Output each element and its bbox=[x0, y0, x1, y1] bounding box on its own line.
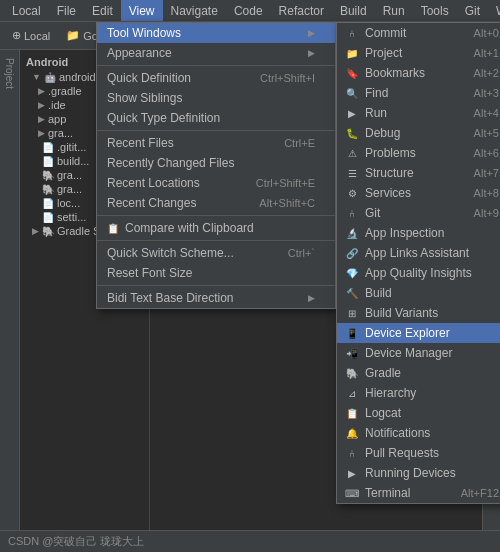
problems-icon: ⚠ bbox=[345, 148, 359, 159]
debug-icon: 🐛 bbox=[345, 128, 359, 139]
menu-navigate[interactable]: Navigate bbox=[163, 0, 226, 21]
menu-quick-type-definition[interactable]: Quick Type Definition bbox=[97, 108, 335, 128]
menu-local[interactable]: Local bbox=[4, 0, 49, 21]
running-devices-icon: ▶ bbox=[345, 468, 359, 479]
separator-1 bbox=[97, 65, 335, 66]
pull-requests-icon: ⑃ bbox=[345, 448, 359, 459]
bookmarks-icon: 🔖 bbox=[345, 68, 359, 79]
terminal-icon: ⌨ bbox=[345, 488, 359, 499]
submenu-logcat[interactable]: 📋 Logcat bbox=[337, 403, 500, 423]
menu-compare-clipboard[interactable]: 📋 Compare with Clipboard bbox=[97, 218, 335, 238]
submenu-debug[interactable]: 🐛 Debug Alt+5 bbox=[337, 123, 500, 143]
menu-recent-locations[interactable]: Recent Locations Ctrl+Shift+E bbox=[97, 173, 335, 193]
menu-quick-definition[interactable]: Quick Definition Ctrl+Shift+I bbox=[97, 68, 335, 88]
run-icon: ▶ bbox=[345, 108, 359, 119]
hierarchy-icon: ⊿ bbox=[345, 388, 359, 399]
menu-build[interactable]: Build bbox=[332, 0, 375, 21]
logcat-icon: 📋 bbox=[345, 408, 359, 419]
menu-recent-files[interactable]: Recent Files Ctrl+E bbox=[97, 133, 335, 153]
device-manager-icon: 📲 bbox=[345, 348, 359, 359]
separator-2 bbox=[97, 130, 335, 131]
submenu-app-quality[interactable]: 💎 App Quality Insights bbox=[337, 263, 500, 283]
left-strip: Project bbox=[0, 50, 20, 552]
submenu-commit[interactable]: ⑃ Commit Alt+0 bbox=[337, 23, 500, 43]
menu-tools[interactable]: Tools bbox=[413, 0, 457, 21]
submenu-device-manager[interactable]: 📲 Device Manager bbox=[337, 343, 500, 363]
submenu-build-variants[interactable]: ⊞ Build Variants bbox=[337, 303, 500, 323]
local-icon: ⊕ bbox=[12, 29, 21, 42]
bottom-bar: CSDN @突破自己 珑珑大上 bbox=[0, 530, 500, 552]
submenu-structure[interactable]: ☰ Structure Alt+7 bbox=[337, 163, 500, 183]
separator-4 bbox=[97, 240, 335, 241]
variants-icon: ⊞ bbox=[345, 308, 359, 319]
gradle-icon: 🐘 bbox=[345, 368, 359, 379]
menu-view[interactable]: View bbox=[121, 0, 163, 21]
separator-5 bbox=[97, 285, 335, 286]
submenu-device-explorer[interactable]: 📱 Device Explorer bbox=[337, 323, 500, 343]
build-icon: 🔨 bbox=[345, 288, 359, 299]
device-explorer-icon: 📱 bbox=[345, 328, 359, 339]
toolbar-local[interactable]: ⊕ Local bbox=[6, 27, 56, 44]
inspection-icon: 🔬 bbox=[345, 228, 359, 239]
menu-recent-changes[interactable]: Recent Changes Alt+Shift+C bbox=[97, 193, 335, 213]
submenu-pull-requests[interactable]: ⑃ Pull Requests bbox=[337, 443, 500, 463]
menu-show-siblings[interactable]: Show Siblings bbox=[97, 88, 335, 108]
submenu-run[interactable]: ▶ Run Alt+4 bbox=[337, 103, 500, 123]
submenu-git[interactable]: ⑃ Git Alt+9 bbox=[337, 203, 500, 223]
separator-3 bbox=[97, 215, 335, 216]
submenu-problems[interactable]: ⚠ Problems Alt+6 bbox=[337, 143, 500, 163]
menu-recently-changed[interactable]: Recently Changed Files bbox=[97, 153, 335, 173]
quality-icon: 💎 bbox=[345, 268, 359, 279]
tool-windows-submenu: ⑃ Commit Alt+0 📁 Project Alt+1 🔖 Bookmar… bbox=[336, 22, 500, 504]
menu-reset-font[interactable]: Reset Font Size bbox=[97, 263, 335, 283]
menu-run[interactable]: Run bbox=[375, 0, 413, 21]
submenu-build[interactable]: 🔨 Build bbox=[337, 283, 500, 303]
menu-file[interactable]: File bbox=[49, 0, 84, 21]
menu-tool-windows[interactable]: Tool Windows bbox=[97, 23, 335, 43]
menubar: Local File Edit View Navigate Code Refac… bbox=[0, 0, 500, 22]
services-icon: ⚙ bbox=[345, 188, 359, 199]
submenu-terminal[interactable]: ⌨ Terminal Alt+F12 bbox=[337, 483, 500, 503]
submenu-notifications[interactable]: 🔔 Notifications bbox=[337, 423, 500, 443]
submenu-bookmarks[interactable]: 🔖 Bookmarks Alt+2 bbox=[337, 63, 500, 83]
menu-window[interactable]: Window bbox=[488, 0, 500, 21]
notifications-icon: 🔔 bbox=[345, 428, 359, 439]
menu-quick-switch[interactable]: Quick Switch Scheme... Ctrl+` bbox=[97, 243, 335, 263]
menu-appearance[interactable]: Appearance bbox=[97, 43, 335, 63]
submenu-gradle[interactable]: 🐘 Gradle bbox=[337, 363, 500, 383]
submenu-running-devices[interactable]: ▶ Running Devices bbox=[337, 463, 500, 483]
git-icon: ⑃ bbox=[345, 208, 359, 219]
submenu-services[interactable]: ⚙ Services Alt+8 bbox=[337, 183, 500, 203]
compare-icon: 📋 bbox=[107, 223, 119, 234]
commit-icon: ⑃ bbox=[345, 28, 359, 39]
view-menu: Tool Windows Appearance Quick Definition… bbox=[96, 22, 336, 309]
project-icon: 📁 bbox=[345, 48, 359, 59]
submenu-app-links[interactable]: 🔗 App Links Assistant bbox=[337, 243, 500, 263]
project-strip[interactable]: Project bbox=[4, 58, 15, 89]
menu-refactor[interactable]: Refactor bbox=[271, 0, 332, 21]
submenu-hierarchy[interactable]: ⊿ Hierarchy bbox=[337, 383, 500, 403]
menu-edit[interactable]: Edit bbox=[84, 0, 121, 21]
structure-icon: ☰ bbox=[345, 168, 359, 179]
find-icon: 🔍 bbox=[345, 88, 359, 99]
submenu-project[interactable]: 📁 Project Alt+1 bbox=[337, 43, 500, 63]
links-icon: 🔗 bbox=[345, 248, 359, 259]
menu-code[interactable]: Code bbox=[226, 0, 271, 21]
bottom-text: CSDN @突破自己 珑珑大上 bbox=[8, 534, 144, 549]
menu-bidi[interactable]: Bidi Text Base Direction bbox=[97, 288, 335, 308]
submenu-app-inspection[interactable]: 🔬 App Inspection bbox=[337, 223, 500, 243]
submenu-find[interactable]: 🔍 Find Alt+3 bbox=[337, 83, 500, 103]
project-icon: 📁 bbox=[66, 29, 80, 42]
menu-git[interactable]: Git bbox=[457, 0, 488, 21]
